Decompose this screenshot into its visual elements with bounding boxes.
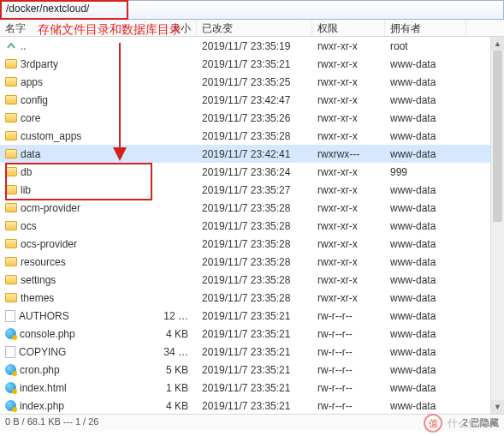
- file-perm: rwxr-xr-x: [312, 76, 385, 88]
- php-file-icon: [5, 328, 16, 339]
- file-perm: rwxr-xr-x: [312, 58, 385, 70]
- table-row[interactable]: lib2019/11/7 23:35:27rwxr-xr-xwww-data: [0, 181, 504, 199]
- file-owner: www-data: [385, 328, 466, 340]
- file-modified: 2019/11/7 23:35:28: [197, 202, 312, 214]
- file-owner: www-data: [385, 310, 466, 322]
- file-perm: rwxr-xr-x: [312, 292, 385, 304]
- file-perm: rwxr-xr-x: [312, 94, 385, 106]
- file-name: lib: [21, 184, 31, 196]
- php-file-icon: [5, 400, 16, 411]
- file-perm: rw-r--r--: [312, 328, 385, 340]
- table-row[interactable]: themes2019/11/7 23:35:28rwxr-xr-xwww-dat…: [0, 289, 504, 307]
- file-name: index.php: [20, 400, 64, 412]
- file-size: 4 KB: [145, 328, 197, 340]
- folder-icon: [5, 149, 17, 158]
- file-name: ocm-provider: [21, 202, 80, 214]
- table-row[interactable]: ..2019/11/7 23:35:19rwxr-xr-xroot: [0, 37, 504, 55]
- file-size: 4 KB: [145, 400, 197, 412]
- table-row[interactable]: index.php4 KB2019/11/7 23:35:21rw-r--r--…: [0, 397, 504, 414]
- file-owner: www-data: [385, 292, 466, 304]
- scrollbar-vertical[interactable]: ▲ ▼: [490, 37, 504, 414]
- folder-icon: [5, 275, 17, 284]
- file-owner: www-data: [385, 58, 466, 70]
- col-header-perm[interactable]: 权限: [312, 20, 385, 36]
- php-file-icon: [5, 364, 16, 375]
- file-modified: 2019/11/7 23:35:21: [197, 328, 312, 340]
- file-perm: rwxr-xr-x: [312, 112, 385, 124]
- folder-icon: [5, 293, 17, 302]
- file-modified: 2019/11/7 23:35:28: [197, 274, 312, 286]
- file-perm: rwxr-xr-x: [312, 202, 385, 214]
- scroll-down-button[interactable]: ▼: [491, 400, 504, 414]
- scroll-thumb[interactable]: [493, 51, 502, 222]
- table-row[interactable]: data2019/11/7 23:42:41rwxrwx---www-data: [0, 145, 504, 163]
- file-perm: rwxr-xr-x: [312, 40, 385, 52]
- file-owner: 999: [385, 166, 466, 178]
- file-name: themes: [21, 292, 54, 304]
- file-size: 34 …: [145, 346, 197, 358]
- file-perm: rw-r--r--: [312, 364, 385, 376]
- folder-icon: [5, 95, 17, 105]
- file-owner: www-data: [385, 76, 466, 88]
- file-owner: www-data: [385, 112, 466, 124]
- table-row[interactable]: resources2019/11/7 23:35:28rwxr-xr-xwww-…: [0, 253, 504, 271]
- folder-icon: [5, 203, 17, 212]
- table-row[interactable]: COPYING34 …2019/11/7 23:35:21rw-r--r--ww…: [0, 343, 504, 361]
- file-name: settings: [21, 274, 56, 286]
- file-modified: 2019/11/7 23:35:26: [197, 112, 312, 124]
- file-name: ocs: [21, 220, 37, 232]
- file-owner: www-data: [385, 400, 466, 412]
- file-modified: 2019/11/7 23:35:21: [197, 400, 312, 412]
- status-text: 0 B / 68.1 KB --- 1 / 26: [5, 416, 98, 427]
- table-row[interactable]: cron.php5 KB2019/11/7 23:35:21rw-r--r--w…: [0, 361, 504, 379]
- file-owner: www-data: [385, 184, 466, 196]
- file-modified: 2019/11/7 23:35:21: [197, 310, 312, 322]
- table-row[interactable]: ocm-provider2019/11/7 23:35:28rwxr-xr-xw…: [0, 199, 504, 217]
- file-owner: root: [385, 40, 466, 52]
- table-row[interactable]: core2019/11/7 23:35:26rwxr-xr-xwww-data: [0, 109, 504, 127]
- file-size: 1 KB: [145, 382, 197, 394]
- file-modified: 2019/11/7 23:35:21: [197, 364, 312, 376]
- file-name: cron.php: [20, 364, 60, 376]
- table-row[interactable]: ocs-provider2019/11/7 23:35:28rwxr-xr-xw…: [0, 235, 504, 253]
- file-owner: www-data: [385, 364, 466, 376]
- col-header-size[interactable]: 大小: [145, 20, 197, 36]
- table-row[interactable]: db2019/11/7 23:36:24rwxr-xr-x999: [0, 163, 504, 181]
- col-header-owner[interactable]: 拥有者: [385, 20, 466, 36]
- folder-icon: [5, 113, 17, 122]
- folder-icon: [5, 59, 17, 69]
- file-perm: rwxr-xr-x: [312, 166, 385, 178]
- file-name: 3rdparty: [21, 58, 58, 70]
- file-name: index.html: [20, 382, 67, 394]
- scroll-up-button[interactable]: ▲: [491, 37, 504, 51]
- file-owner: www-data: [385, 256, 466, 268]
- table-row[interactable]: custom_apps2019/11/7 23:35:28rwxr-xr-xww…: [0, 127, 504, 145]
- table-row[interactable]: 3rdparty2019/11/7 23:35:21rwxr-xr-xwww-d…: [0, 55, 504, 73]
- file-owner: www-data: [385, 148, 466, 160]
- file-modified: 2019/11/7 23:35:28: [197, 220, 312, 232]
- file-perm: rwxr-xr-x: [312, 274, 385, 286]
- table-row[interactable]: index.html1 KB2019/11/7 23:35:21rw-r--r-…: [0, 379, 504, 397]
- table-row[interactable]: console.php4 KB2019/11/7 23:35:21rw-r--r…: [0, 325, 504, 343]
- file-icon: [5, 310, 15, 322]
- file-name: COPYING: [19, 346, 66, 358]
- folder-icon: [5, 131, 17, 140]
- file-list[interactable]: ..2019/11/7 23:35:19rwxr-xr-xroot3rdpart…: [0, 37, 504, 414]
- file-owner: www-data: [385, 238, 466, 250]
- col-header-name[interactable]: 名字: [0, 20, 145, 36]
- file-owner: www-data: [385, 274, 466, 286]
- file-modified: 2019/11/7 23:35:19: [197, 40, 312, 52]
- file-owner: www-data: [385, 130, 466, 142]
- file-modified: 2019/11/7 23:35:21: [197, 58, 312, 70]
- table-row[interactable]: ocs2019/11/7 23:35:28rwxr-xr-xwww-data: [0, 217, 504, 235]
- file-modified: 2019/11/7 23:42:47: [197, 94, 312, 106]
- path-text: /docker/nextcloud/: [6, 3, 89, 15]
- table-row[interactable]: apps2019/11/7 23:35:25rwxr-xr-xwww-data: [0, 73, 504, 91]
- path-bar[interactable]: /docker/nextcloud/: [0, 0, 504, 20]
- table-row[interactable]: settings2019/11/7 23:35:28rwxr-xr-xwww-d…: [0, 271, 504, 289]
- table-row[interactable]: AUTHORS12 …2019/11/7 23:35:21rw-r--r--ww…: [0, 307, 504, 325]
- col-header-modified[interactable]: 已改变: [197, 20, 312, 36]
- file-modified: 2019/11/7 23:35:21: [197, 346, 312, 358]
- table-row[interactable]: config2019/11/7 23:42:47rwxr-xr-xwww-dat…: [0, 91, 504, 109]
- file-owner: www-data: [385, 202, 466, 214]
